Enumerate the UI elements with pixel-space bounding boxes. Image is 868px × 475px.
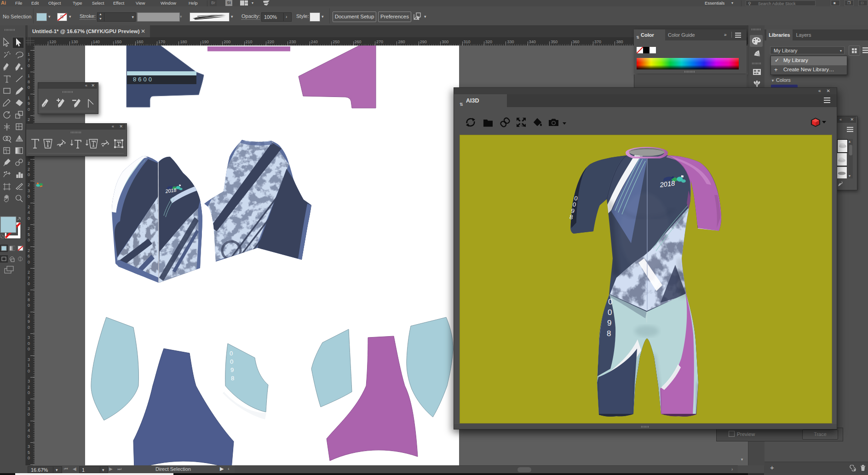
svg-text:9: 9 [607,319,611,327]
svg-text:8: 8 [231,375,234,382]
svg-text:0: 0 [230,358,233,365]
svg-text:0: 0 [230,350,233,357]
svg-text:0098: 0098 [131,76,152,83]
svg-text:8: 8 [607,329,611,338]
svg-text:9: 9 [230,366,234,373]
svg-text:0: 0 [608,308,612,317]
svg-text:0: 0 [608,298,612,306]
